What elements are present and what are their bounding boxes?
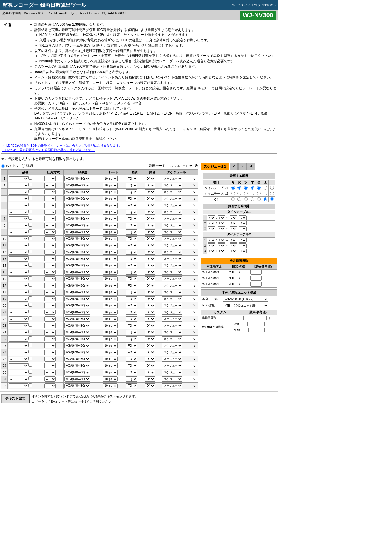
model-select-16[interactable]: --: [9, 276, 28, 281]
schedule-select-1[interactable]: スケジュール1スケジュール2スケジュール3スケジュール4: [162, 176, 182, 181]
tt2-wed-radio[interactable]: [244, 192, 248, 195]
res-select-27[interactable]: VGA(640x480): [64, 350, 90, 355]
custom-total-input[interactable]: [234, 316, 244, 320]
model-cb-29[interactable]: [28, 363, 32, 367]
rate-select-17[interactable]: 10 ips: [103, 283, 118, 288]
model-select-1[interactable]: --: [9, 176, 28, 181]
rate-select-8[interactable]: 10 ips: [103, 223, 118, 228]
schedule-tab-2[interactable]: 2: [230, 163, 238, 170]
res-select-10[interactable]: VGA(640x480): [64, 236, 90, 241]
end-hour-tt1-rows-2[interactable]: 0123456789101112131415161718192021222324: [230, 221, 237, 225]
model-cb-30[interactable]: [28, 370, 32, 374]
res-select-19[interactable]: VGA(640x480): [64, 296, 90, 301]
model-select-7[interactable]: --: [9, 216, 28, 221]
quality-select-24[interactable]: FQ: [126, 330, 137, 335]
comp-select-29[interactable]: --: [44, 363, 56, 368]
schedule-select-7[interactable]: スケジュール1スケジュール2スケジュール3スケジュール4: [162, 216, 182, 221]
model-cb-3[interactable]: [28, 189, 32, 193]
audio-select-13[interactable]: OffOn: [145, 256, 155, 261]
start-min-tt2-rows-2[interactable]: 000510152025303540455055: [218, 243, 225, 248]
quality-select-26[interactable]: FQ: [126, 343, 137, 348]
end-min-tt2-rows-1[interactable]: 000510152025303540455055: [239, 238, 247, 243]
tt2-tue-radio[interactable]: [237, 192, 241, 195]
audio-select-12[interactable]: OffOn: [145, 250, 155, 255]
quality-select-7[interactable]: FQ: [126, 216, 137, 221]
model-cb-16[interactable]: [28, 276, 32, 280]
model-cb-17[interactable]: [28, 283, 32, 287]
model-cb-24[interactable]: [28, 330, 32, 333]
detail-radio[interactable]: [22, 164, 25, 168]
quality-select-14[interactable]: FQ: [126, 263, 137, 268]
comp-select-19[interactable]: --: [44, 296, 56, 301]
schedule-select-18[interactable]: スケジュール1スケジュール2スケジュール3スケジュール4: [162, 290, 182, 295]
quality-select-5[interactable]: FQ: [126, 203, 137, 208]
comp-select-23[interactable]: --: [44, 323, 56, 328]
schedule-select-20[interactable]: スケジュール1スケジュール2スケジュール3スケジュール4: [162, 303, 182, 308]
schedule-select-30[interactable]: スケジュール1スケジュール2スケジュール3スケジュール4: [162, 370, 182, 375]
model-select-4[interactable]: --: [9, 196, 28, 201]
res-select-28[interactable]: VGA(640x480): [64, 357, 90, 362]
comp-select-24[interactable]: --: [44, 330, 56, 335]
audio-select-25[interactable]: OffOn: [145, 336, 155, 341]
schedule-select-27[interactable]: スケジュール1スケジュール2スケジュール3スケジュール4: [162, 350, 182, 355]
res-select-4[interactable]: VGA(640x480): [64, 196, 90, 201]
model-cb-4[interactable]: [28, 196, 32, 200]
model-cb-23[interactable]: [28, 323, 32, 327]
schedule-select-5[interactable]: スケジュール1スケジュール2スケジュール3スケジュール4: [162, 203, 182, 208]
end-hour-tt2-rows-1[interactable]: 0123456789101112131415161718192021222324: [230, 238, 237, 243]
res-select-11[interactable]: VGA(640x480): [64, 243, 90, 248]
model-select-18[interactable]: --: [9, 290, 28, 295]
res-select-30[interactable]: VGA(640x480): [64, 370, 90, 375]
off-wed-radio[interactable]: [244, 197, 248, 201]
quality-select-12[interactable]: FQ: [126, 250, 137, 255]
model-select-24[interactable]: --: [9, 330, 28, 335]
audio-select-10[interactable]: OffOn: [145, 236, 155, 241]
res-select-13[interactable]: VGA(640x480): [64, 256, 90, 261]
audio-select-26[interactable]: OffOn: [145, 343, 155, 348]
res-select-25[interactable]: VGA(640x480): [64, 336, 90, 341]
model-select-20[interactable]: --: [9, 303, 28, 308]
rate-select-19[interactable]: 10 ips: [103, 296, 118, 301]
quality-select-21[interactable]: FQ: [126, 310, 137, 315]
model-select-25[interactable]: --: [9, 337, 28, 342]
comp-select-16[interactable]: --: [44, 276, 56, 281]
audio-select-31[interactable]: OffOn: [145, 376, 155, 382]
comp-select-28[interactable]: --: [44, 357, 56, 362]
quality-select-1[interactable]: FQ: [126, 176, 137, 181]
model-cb-27[interactable]: [28, 350, 32, 353]
detail-radio-label[interactable]: 詳細: [22, 163, 33, 168]
off-sat-radio[interactable]: [264, 197, 267, 201]
model-cb-18[interactable]: [28, 290, 32, 293]
model-select-28[interactable]: --: [9, 357, 28, 362]
quality-select-4[interactable]: FQ: [126, 196, 137, 201]
rate-select-24[interactable]: 10 ips: [103, 330, 118, 335]
rate-select-30[interactable]: 10 ips: [103, 370, 118, 375]
comp-select-13[interactable]: --: [44, 256, 56, 261]
schedule-select-11[interactable]: スケジュール1スケジュール2スケジュール3スケジュール4: [162, 243, 182, 248]
model-select-9[interactable]: --: [9, 230, 28, 235]
rate-select-9[interactable]: 10 ips: [103, 229, 118, 235]
comp-select-9[interactable]: --: [44, 229, 56, 235]
comp-select-27[interactable]: --: [44, 350, 56, 355]
model-cb-28[interactable]: [28, 357, 32, 360]
res-select-3[interactable]: VGA(640x480): [64, 189, 90, 194]
schedule-select-6[interactable]: スケジュール1スケジュール2スケジュール3スケジュール4: [162, 210, 182, 215]
comp-select-4[interactable]: --: [44, 196, 56, 201]
model-select-8[interactable]: --: [9, 223, 28, 228]
rate-select-25[interactable]: 10 ips: [103, 336, 118, 341]
model-select-31[interactable]: --: [9, 377, 28, 382]
notice-link-1[interactable]: ・ MJPEGの設置とH.264の推奨ビットレートは、合力スプリ性能により異なり…: [2, 144, 277, 152]
audio-select-17[interactable]: OffOn: [145, 283, 155, 288]
audio-select-6[interactable]: OffOn: [145, 210, 155, 215]
quality-select-29[interactable]: FQ: [126, 363, 137, 368]
model-select-26[interactable]: --: [9, 343, 28, 348]
tt1-fri-radio[interactable]: [257, 186, 261, 190]
off-mon-radio[interactable]: [231, 197, 235, 201]
res-select-22[interactable]: VGA(640x480): [64, 316, 90, 322]
tt1-sat-radio[interactable]: [264, 186, 267, 190]
rate-select-28[interactable]: 10 ips: [103, 357, 118, 362]
res-select-26[interactable]: VGA(640x480): [64, 343, 90, 348]
quality-select-6[interactable]: FQ: [126, 210, 137, 215]
model-cb-32[interactable]: [28, 383, 32, 387]
comp-select-8[interactable]: --: [44, 223, 56, 228]
